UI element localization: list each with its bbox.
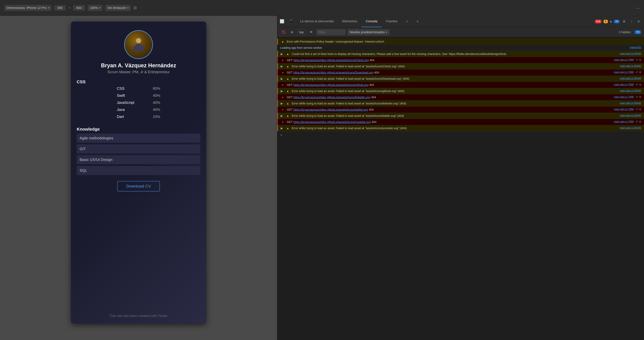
filter-input[interactable] (316, 29, 345, 35)
log-action-copy[interactable]: ⧉ (639, 120, 641, 124)
log-link[interactable]: https://bryanvazquezhdez.github.io/asset… (293, 96, 370, 99)
settings-icon[interactable]: ⚙ (622, 19, 627, 24)
log-source[interactable]: main.dart.js:35440 (620, 64, 641, 68)
log-text: GET https://bryanvazquezhdez.github.io/a… (287, 58, 612, 62)
log-actions: ↺ ⧉ (636, 58, 641, 62)
log-action-copy[interactable]: ⧉ (639, 58, 641, 62)
expand-icon[interactable]: ▶ (281, 64, 283, 68)
tab-elements[interactable]: Elementos (338, 16, 362, 27)
expand-icon[interactable]: ▶ (281, 101, 283, 106)
log-source[interactable]: main.dart.js:35440 (620, 89, 641, 93)
log-action-reload[interactable]: ↺ (636, 70, 638, 74)
log-action-reload[interactable]: ↺ (636, 95, 638, 99)
skill-row: Swift 40% (117, 93, 160, 98)
more-options-icon[interactable]: ⋮ (629, 19, 634, 24)
tab-sources-label: Fuentes (386, 19, 398, 23)
log-source[interactable]: main.dart.js:7088 (614, 83, 634, 87)
expand-icon[interactable]: ▶ (281, 52, 283, 56)
clear-console-icon[interactable]: 🚫 (280, 30, 287, 35)
log-source[interactable]: main.dart.js:35440 (620, 126, 641, 130)
height-input[interactable] (74, 5, 85, 10)
device-selector[interactable]: Dimensiones: iPhone 12 Pro ▾ (4, 5, 51, 11)
knowledge-item: Basic UX/UI Design (77, 155, 200, 164)
limit-selector[interactable]: Sin limitación ▾ (105, 5, 131, 11)
tab-console[interactable]: Consola (362, 16, 382, 27)
skill-name: CSS (117, 86, 146, 91)
profile-name: Bryan A. Vázquez Hernández (101, 62, 176, 69)
log-link[interactable]: https://bryanvazquezhdez.github.io/asset… (293, 120, 371, 124)
log-source[interactable]: main.dart.js:35440 (620, 101, 641, 105)
log-action-copy[interactable]: ⧉ (639, 70, 641, 74)
device-icon: 📱 (289, 19, 294, 23)
tab-inspect[interactable]: ⬜ (278, 16, 286, 27)
log-source[interactable]: main.dart.js:7088 (614, 70, 634, 74)
log-link[interactable]: https://bryanvazquezhdez.github.io/asset… (293, 71, 373, 74)
close-devtools-icon[interactable]: ✕ (636, 19, 641, 24)
log-action-copy[interactable]: ⧉ (639, 83, 641, 87)
device-chevron-icon: ▾ (48, 6, 49, 9)
log-action-reload[interactable]: ↺ (636, 120, 638, 124)
log-source[interactable]: main.dart.js:35440 (620, 114, 641, 117)
inspect-icon: ⬜ (280, 19, 284, 23)
error-icon: ● (281, 83, 285, 87)
console-log-area[interactable]: ▲ Error with Permissions-Policy header: … (278, 37, 644, 340)
log-action-copy[interactable]: ⧉ (639, 107, 641, 111)
devtools-panel: ⬜ 📱 Le damos la bienvenida Elementos Con… (277, 16, 644, 340)
error-count-badge: 3 A (595, 20, 602, 23)
more-button[interactable]: ··· (636, 5, 640, 10)
log-source[interactable]: main.dart.js:7088 (614, 120, 634, 124)
log-entry: ▲ Error with Permissions-Policy header: … (278, 38, 644, 45)
knowledge-section-title: Knowledge (77, 127, 100, 132)
log-action-reload[interactable]: ↺ (636, 83, 638, 87)
log-link[interactable]: https://bryanvazquezhdez.github.io/asset… (293, 83, 368, 86)
tab-console-label: Consola (366, 19, 378, 23)
log-source[interactable]: main.dart.js:7088 (614, 95, 634, 99)
log-source[interactable]: main.dart.js:7088 (614, 107, 634, 111)
capture-icon[interactable]: ⊡ (134, 5, 137, 10)
warning-count-badge: 8 (604, 20, 608, 23)
log-source[interactable]: main.dart.js:7088 (614, 58, 634, 62)
expand-icon[interactable]: ▶ (281, 114, 283, 118)
tab-add[interactable]: + (412, 16, 423, 27)
log-actions: ↺ ⧉ (636, 83, 641, 87)
tab-sources[interactable]: Fuentes (382, 16, 402, 27)
log-level-label: Niveles predeterminados (350, 30, 385, 34)
skill-name: JavaScript (117, 100, 146, 105)
log-entry: ● GET https://bryanvazquezhdez.github.io… (278, 82, 644, 88)
eye-icon[interactable]: 👁 (308, 30, 314, 35)
skill-name: Swift (117, 93, 146, 98)
log-entry: ▶▲ Error while trying to load an asset: … (278, 88, 644, 94)
log-action-reload[interactable]: ↺ (636, 107, 638, 111)
tab-welcome[interactable]: Le damos la bienvenida (296, 16, 338, 27)
zoom-label: 100% (90, 6, 98, 10)
avatar-body (134, 44, 144, 51)
log-text: GET https://bryanvazquezhdez.github.io/a… (287, 120, 612, 124)
log-link[interactable]: https://bryanvazquezhdez.github.io/asset… (293, 108, 368, 111)
expand-icon[interactable]: ▶ (281, 89, 283, 93)
zoom-selector[interactable]: 100% ▾ (88, 5, 102, 11)
width-input[interactable] (54, 5, 66, 10)
log-source[interactable]: main.dart.js:35440 (620, 52, 641, 56)
top-context-label[interactable]: top (297, 30, 306, 35)
log-actions: ↺ ⧉ (636, 107, 641, 111)
log-link[interactable]: https://bryanvazquezhdez.github.io/asset… (293, 58, 369, 62)
log-action-reload[interactable]: ↺ (636, 58, 638, 62)
skill-row: JavaScript 40% (117, 100, 160, 105)
console-prompt[interactable]: > (278, 131, 644, 139)
tab-more[interactable]: » (402, 16, 412, 27)
log-text: GET https://bryanvazquezhdez.github.io/a… (287, 83, 612, 87)
skill-row: CSS 80% (117, 86, 160, 91)
tab-device[interactable]: 📱 (286, 16, 296, 27)
log-source[interactable]: main.dart.js:35440 (620, 76, 641, 80)
warning-icon: ▲ (286, 76, 290, 81)
log-text: Error while trying to load an asset: Fai… (292, 114, 618, 118)
expand-icon[interactable]: ▶ (281, 126, 283, 130)
device-label: Dimensiones: iPhone 12 Pro (6, 6, 46, 10)
add-tab-icon: + (416, 19, 419, 23)
download-cv-button[interactable]: Download CV (117, 181, 160, 191)
log-source[interactable]: [ndice]:82 (630, 46, 641, 49)
log-level-selector[interactable]: Niveles predeterminados ▾ (348, 29, 389, 35)
expand-icon[interactable]: ▶ (281, 76, 283, 81)
filter-toggle-icon[interactable]: ⊗ (289, 30, 295, 35)
log-action-copy[interactable]: ⧉ (639, 95, 641, 99)
